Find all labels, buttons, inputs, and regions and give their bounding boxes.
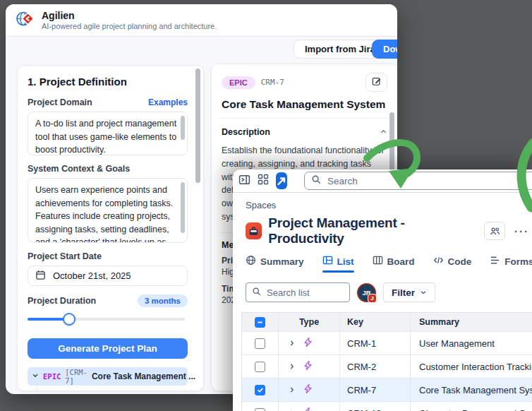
- expand-sidebar-icon[interactable]: [238, 174, 250, 189]
- tree-item-story[interactable]: STORY [CRM-8] As a project manag...: [28, 389, 188, 391]
- issues-table: Type Key Summary CRM-1: [241, 312, 532, 411]
- epic-key: CRM-7: [261, 78, 284, 87]
- column-header-type[interactable]: Type: [279, 313, 340, 331]
- slider-thumb[interactable]: [63, 313, 75, 326]
- project-title: Project Management - Productivity: [268, 215, 478, 246]
- start-date-value: October 21st, 2025: [53, 270, 131, 281]
- forms-icon: [490, 255, 500, 268]
- textarea-scrollbar-thumb[interactable]: [181, 182, 185, 233]
- table-row-selected[interactable]: CRM-7 Core Task Management System: [242, 378, 532, 401]
- divider: [220, 118, 389, 119]
- agilien-toolbar: Import from Jira Download: [6, 40, 397, 59]
- agilien-header: Agilien AI-powered agile project plannin…: [6, 4, 397, 37]
- tree-item-epic[interactable]: EPIC [CRM-7] Core Task Management ...: [28, 367, 188, 386]
- chevron-down-icon: [420, 287, 427, 298]
- epic-type-icon: [303, 337, 313, 350]
- issue-summary[interactable]: Customer Interaction Tracking: [411, 355, 532, 378]
- description-label: Description: [222, 127, 270, 137]
- column-header-summary[interactable]: Summary: [411, 313, 532, 331]
- select-all-checkbox[interactable]: [255, 317, 265, 328]
- textarea-scrollbar-thumb[interactable]: [181, 116, 185, 140]
- row-checkbox[interactable]: [255, 362, 265, 372]
- section-title: 1. Project Definition: [28, 76, 188, 88]
- system-context-textarea[interactable]: Users earn experience points and achieve…: [28, 178, 188, 243]
- jira-topbar: [233, 169, 532, 193]
- collapse-chevron-icon[interactable]: [380, 126, 387, 138]
- app-title: Agilien: [42, 10, 217, 22]
- project-definition-card: 1. Project Definition Project Domain Exa…: [17, 65, 204, 391]
- list-search-box[interactable]: [246, 282, 350, 302]
- list-view-icon: [322, 255, 333, 268]
- tab-forms[interactable]: Forms: [490, 255, 532, 273]
- search-icon: [311, 174, 321, 187]
- issue-key[interactable]: CRM-7: [340, 379, 411, 401]
- epic-type-badge: EPIC: [222, 76, 255, 89]
- epic-type-icon: [303, 407, 313, 411]
- filter-button[interactable]: Filter: [383, 282, 435, 302]
- globe-icon: [246, 255, 256, 268]
- global-search-input[interactable]: [326, 175, 502, 187]
- app-switcher-icon[interactable]: [258, 174, 269, 188]
- start-date-input[interactable]: October 21st, 2025: [28, 266, 188, 286]
- members-button[interactable]: [484, 222, 505, 240]
- epic-type-icon: [303, 383, 313, 396]
- agilien-logo-icon: [16, 9, 35, 31]
- user-avatar[interactable]: JR J: [357, 283, 376, 302]
- expand-row-icon[interactable]: [289, 338, 296, 349]
- start-date-label: Project Start Date: [28, 251, 102, 261]
- duration-slider[interactable]: [28, 313, 188, 326]
- table-row[interactable]: CRM-2 Customer Interaction Tracking: [242, 355, 532, 378]
- desktop: Agilien AI-powered agile project plannin…: [0, 0, 532, 411]
- row-checkbox[interactable]: [255, 408, 265, 411]
- table-header-row: Type Key Summary: [242, 313, 532, 331]
- edit-pencil-icon: [372, 76, 382, 88]
- panel-scrollbar-thumb[interactable]: [195, 68, 200, 183]
- tab-board[interactable]: Board: [373, 255, 415, 273]
- tab-summary[interactable]: Summary: [246, 255, 304, 273]
- board-icon: [373, 255, 383, 268]
- jira-window: Spaces Project Management - Productivity: [233, 169, 532, 411]
- duration-label: Project Duration: [28, 296, 96, 306]
- breadcrumb[interactable]: Spaces: [246, 200, 532, 210]
- issue-summary[interactable]: User Management: [411, 332, 532, 355]
- epic-type-icon: [303, 360, 313, 373]
- app-subtitle: AI-powered agile project planning and ar…: [42, 22, 217, 30]
- more-options-button[interactable]: ···: [512, 225, 532, 237]
- issue-key[interactable]: CRM-19: [340, 402, 411, 411]
- list-search-input[interactable]: [265, 287, 336, 299]
- row-checkbox-checked[interactable]: [255, 385, 265, 395]
- issue-tree: EPIC [CRM-7] Core Task Management ... ST…: [28, 367, 188, 391]
- tab-list[interactable]: List: [322, 255, 354, 273]
- issue-summary[interactable]: Core Task Management System: [411, 379, 532, 401]
- issue-key[interactable]: CRM-2: [340, 355, 411, 378]
- global-search-box[interactable]: [304, 172, 532, 190]
- issue-key[interactable]: CRM-1: [340, 332, 411, 355]
- tab-code[interactable]: Code: [433, 255, 472, 273]
- generate-project-plan-button[interactable]: Generate Project Plan: [28, 338, 188, 359]
- issue-summary[interactable]: Character Progress and Gamification: [411, 402, 532, 411]
- project-domain-textarea[interactable]: A to-do list and project management tool…: [28, 112, 188, 155]
- project-avatar-icon: [246, 222, 262, 239]
- edit-button[interactable]: [365, 73, 387, 92]
- project-tabs: Summary List: [246, 255, 532, 273]
- avatar-app-badge: J: [368, 294, 377, 303]
- examples-link[interactable]: Examples: [148, 97, 188, 107]
- expand-row-icon[interactable]: [289, 408, 296, 411]
- project-domain-label: Project Domain: [28, 97, 92, 107]
- table-row[interactable]: CRM-1 User Management: [242, 331, 532, 355]
- column-header-key[interactable]: Key: [340, 313, 411, 331]
- expand-row-icon[interactable]: [289, 362, 296, 372]
- jira-logo-icon[interactable]: [276, 172, 287, 189]
- row-checkbox[interactable]: [255, 338, 265, 349]
- search-icon: [252, 286, 261, 299]
- table-row[interactable]: CRM-19 Character Progress and Gamificati…: [242, 401, 532, 411]
- system-context-label: System Context & Goals: [28, 164, 130, 174]
- epic-title: Core Task Management System: [222, 98, 387, 111]
- download-button[interactable]: Download: [372, 40, 397, 59]
- code-icon: [433, 255, 444, 268]
- calendar-icon: [35, 270, 46, 282]
- chevron-down-icon[interactable]: [32, 371, 39, 381]
- duration-badge: 3 months: [138, 294, 188, 307]
- expand-row-icon[interactable]: [289, 385, 296, 395]
